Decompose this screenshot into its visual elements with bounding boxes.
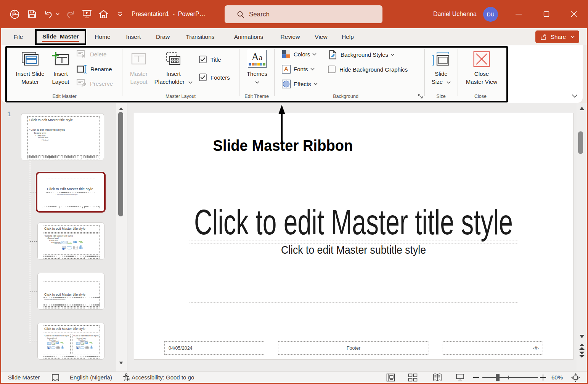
svg-text:A: A bbox=[284, 66, 288, 72]
